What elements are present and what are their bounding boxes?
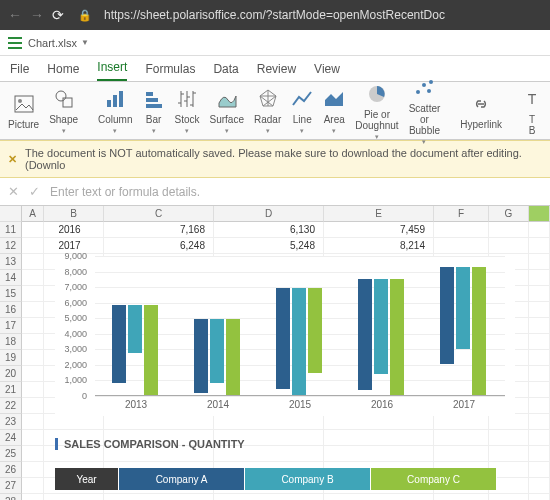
back-icon[interactable]: ←	[8, 7, 22, 23]
cell[interactable]: 2016	[44, 222, 104, 238]
tab-file[interactable]: File	[10, 62, 29, 81]
ribbon-surface[interactable]: Surface▾	[210, 86, 244, 135]
cell[interactable]	[324, 446, 434, 462]
col-header-D[interactable]: D	[214, 206, 324, 222]
row-header-16[interactable]: 16	[0, 302, 22, 318]
cell[interactable]	[489, 222, 529, 238]
cell[interactable]	[22, 446, 44, 462]
cell[interactable]	[22, 334, 44, 350]
tab-formulas[interactable]: Formulas	[145, 62, 195, 81]
ribbon-hyperlink[interactable]: Hyperlink	[460, 91, 502, 130]
cell[interactable]	[489, 238, 529, 254]
cell[interactable]	[214, 414, 324, 430]
ribbon-column[interactable]: Column▾	[98, 86, 132, 135]
row-header-12[interactable]: 12	[0, 238, 22, 254]
formula-input[interactable]: Enter text or formula details.	[50, 185, 200, 199]
cell[interactable]	[44, 414, 104, 430]
cell[interactable]	[529, 414, 550, 430]
cell[interactable]	[22, 286, 44, 302]
cell[interactable]	[529, 366, 550, 382]
cell[interactable]	[22, 430, 44, 446]
ribbon-area[interactable]: Area▾	[323, 86, 345, 135]
cell[interactable]	[434, 494, 489, 500]
filename[interactable]: Chart.xlsx	[28, 37, 77, 49]
row-header-18[interactable]: 18	[0, 334, 22, 350]
bar[interactable]	[144, 305, 158, 395]
cell[interactable]	[434, 238, 489, 254]
bar[interactable]	[456, 267, 470, 349]
forward-icon[interactable]: →	[30, 7, 44, 23]
cell[interactable]	[104, 414, 214, 430]
bar[interactable]	[374, 279, 388, 374]
row-header-11[interactable]: 11	[0, 222, 22, 238]
cell[interactable]	[22, 382, 44, 398]
cell[interactable]	[22, 494, 44, 500]
tab-insert[interactable]: Insert	[97, 60, 127, 81]
cell[interactable]	[529, 382, 550, 398]
tab-home[interactable]: Home	[47, 62, 79, 81]
ribbon-pie-or-doughnut[interactable]: Pie orDoughnut▾	[355, 81, 398, 141]
cell[interactable]	[529, 302, 550, 318]
cell[interactable]	[529, 446, 550, 462]
cell[interactable]	[529, 494, 550, 500]
col-header-end[interactable]	[529, 206, 550, 222]
ribbon-line[interactable]: Line▾	[291, 86, 313, 135]
row-header-14[interactable]: 14	[0, 270, 22, 286]
bar[interactable]	[128, 305, 142, 353]
cell[interactable]	[22, 366, 44, 382]
ribbon-picture[interactable]: Picture	[8, 91, 39, 130]
chart[interactable]: 01,0002,0003,0004,0005,0006,0007,0008,00…	[55, 256, 515, 416]
cell[interactable]	[22, 478, 44, 494]
row-header-25[interactable]: 25	[0, 446, 22, 462]
cell[interactable]	[434, 414, 489, 430]
cell[interactable]	[22, 270, 44, 286]
cell[interactable]	[489, 430, 529, 446]
cell[interactable]: 7,168	[104, 222, 214, 238]
col-header-G[interactable]: G	[489, 206, 529, 222]
cell[interactable]	[529, 286, 550, 302]
ribbon-t-b[interactable]: TTB	[522, 86, 542, 136]
cell[interactable]: 6,130	[214, 222, 324, 238]
reload-icon[interactable]: ⟳	[52, 7, 64, 23]
ribbon-bar[interactable]: Bar▾	[143, 86, 165, 135]
bar[interactable]	[292, 288, 306, 395]
cell[interactable]	[529, 254, 550, 270]
cell[interactable]	[44, 494, 104, 500]
row-header-15[interactable]: 15	[0, 286, 22, 302]
cell[interactable]: 7,459	[324, 222, 434, 238]
row-header-20[interactable]: 20	[0, 366, 22, 382]
bar[interactable]	[112, 305, 126, 383]
bar[interactable]	[440, 267, 454, 364]
cell[interactable]	[22, 238, 44, 254]
cell[interactable]	[22, 350, 44, 366]
cell[interactable]	[324, 494, 434, 500]
cell[interactable]	[529, 222, 550, 238]
col-header-C[interactable]: C	[104, 206, 214, 222]
formula-accept-icon[interactable]: ✓	[29, 184, 40, 199]
cell[interactable]	[22, 302, 44, 318]
cell[interactable]	[22, 318, 44, 334]
cell[interactable]	[22, 462, 44, 478]
row-header-26[interactable]: 26	[0, 462, 22, 478]
ribbon-scatter-or-bubble[interactable]: Scatteror Bubble▾	[409, 75, 441, 146]
cell[interactable]	[214, 494, 324, 500]
cell[interactable]	[529, 318, 550, 334]
bar[interactable]	[358, 279, 372, 391]
cell[interactable]: 8,214	[324, 238, 434, 254]
tab-review[interactable]: Review	[257, 62, 296, 81]
cell[interactable]	[529, 270, 550, 286]
bar[interactable]	[194, 319, 208, 394]
cell[interactable]	[22, 398, 44, 414]
row-header-17[interactable]: 17	[0, 318, 22, 334]
cell[interactable]	[489, 446, 529, 462]
cell[interactable]	[489, 414, 529, 430]
bar[interactable]	[390, 279, 404, 395]
cell[interactable]	[434, 430, 489, 446]
row-header-28[interactable]: 28	[0, 494, 22, 500]
ribbon-stock[interactable]: Stock▾	[175, 86, 200, 135]
tab-data[interactable]: Data	[213, 62, 238, 81]
ribbon-shape[interactable]: Shape▾	[49, 86, 78, 135]
cell[interactable]	[529, 350, 550, 366]
cell[interactable]	[489, 494, 529, 500]
cell[interactable]: 5,248	[214, 238, 324, 254]
